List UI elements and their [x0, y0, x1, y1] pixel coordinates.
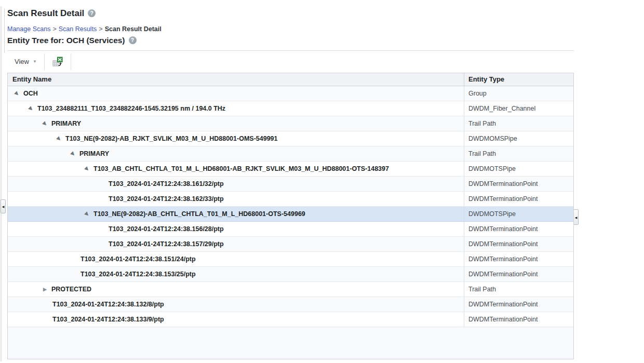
tree-row[interactable]: T103_2024-01-24T12:24:38.151/24/ptp DWDM…: [8, 252, 573, 267]
tree-collapse-icon[interactable]: ▶: [13, 90, 20, 97]
entity-name-text: PRIMARY: [51, 120, 81, 127]
entity-type-text: DWDMOTSPipe: [468, 210, 516, 218]
entity-name-cell: T103_2024-01-24T12:24:38.153/25/ptp: [8, 267, 464, 281]
entity-type-cell: DWDMTerminationPoint: [464, 237, 573, 251]
entity-type-text: DWDMTerminationPoint: [468, 316, 538, 323]
tree-row[interactable]: T103_2024-01-24T12:24:38.153/25/ptp DWDM…: [8, 267, 573, 282]
toolbar-separator: [44, 53, 45, 70]
tree-row[interactable]: T103_2024-01-24T12:24:38.161/32/ptp DWDM…: [8, 177, 573, 192]
entity-type-text: DWDMTerminationPoint: [468, 180, 538, 187]
entity-name-cell: T103_2024-01-24T12:24:38.157/29/ptp: [8, 237, 464, 251]
help-icon[interactable]: ?: [129, 36, 137, 44]
entity-type-text: Trail Path: [468, 120, 496, 127]
tree-row[interactable]: T103_2024-01-24T12:24:38.132/8/ptp DWDMT…: [8, 297, 573, 312]
entity-name-cell: T103_2024-01-24T12:24:38.133/9/ptp: [8, 312, 464, 327]
entity-type-cell: DWDMTerminationPoint: [464, 222, 573, 236]
tree-row[interactable]: T103_2024-01-24T12:24:38.157/29/ptp DWDM…: [8, 237, 573, 252]
entity-name-text: T103_NE(9-2082)-AB_CHTL_CHTLA_T01_M_L_HD…: [93, 210, 305, 218]
breadcrumb-separator: >: [99, 25, 102, 33]
entity-type-text: DWDMOMSPipe: [468, 135, 517, 142]
entity-name-text: T103_2024-01-24T12:24:38.162/33/ptp: [109, 195, 224, 203]
entity-type-text: DWDMTerminationPoint: [468, 225, 538, 233]
chevron-left-icon: ◀: [575, 216, 578, 219]
entity-name-text: T103_2024-01-24T12:24:38.132/8/ptp: [52, 301, 164, 308]
table-header-row: Entity Name Entity Type: [8, 73, 573, 86]
entity-type-cell: DWDMTerminationPoint: [464, 312, 573, 327]
entity-type-text: Trail Path: [468, 150, 496, 157]
entity-name-cell: ▶ T103_AB_CHTL_CHTLA_T01_M_L_HD68001-AB_…: [8, 162, 464, 176]
tree-row[interactable]: ▶ T103_NE(9-2082)-AB_CHTL_CHTLA_T01_M_L_…: [8, 207, 573, 222]
entity-name-cell: ▶ T103_NE(9-2082)-AB_CHTL_CHTLA_T01_M_L_…: [8, 207, 464, 221]
export-to-excel-button[interactable]: [51, 55, 64, 69]
breadcrumb-link-manage-scans[interactable]: Manage Scans: [7, 25, 50, 33]
tree-collapse-icon[interactable]: ▶: [27, 105, 34, 112]
view-menu-label: View: [15, 58, 29, 65]
column-header-entity-type[interactable]: Entity Type: [464, 73, 573, 86]
entity-type-cell: DWDMTerminationPoint: [464, 252, 573, 266]
tree-collapse-icon[interactable]: ▶: [41, 120, 48, 127]
entity-type-text: DWDMTerminationPoint: [468, 240, 538, 248]
entity-type-text: DWDMTerminationPoint: [468, 195, 538, 203]
entity-name-text: T103_AB_CHTL_CHTLA_T01_M_L_HD68001-AB_RJ…: [93, 165, 389, 172]
toolbar: View ▼: [7, 51, 574, 73]
entity-type-text: Group: [468, 90, 487, 97]
entity-type-cell: Group: [464, 86, 573, 101]
entity-name-text: T103_2024-01-24T12:24:38.161/32/ptp: [109, 180, 224, 187]
entity-name-cell: ▶ PROTECTED: [8, 282, 464, 297]
entity-tree-table: Entity Name Entity Type ▶ OCH Group ▶ T1…: [7, 73, 574, 359]
tree-row[interactable]: ▶ T103_NE(9-2082)-AB_RJKT_SVLIK_M03_M_U_…: [8, 131, 573, 146]
breadcrumb-link-scan-results[interactable]: Scan Results: [59, 25, 97, 33]
right-splitter-collapse-button[interactable]: ◀: [573, 209, 579, 225]
tree-row[interactable]: ▶ OCH Group: [8, 86, 573, 101]
left-splitter-collapse-button[interactable]: ◀: [1, 199, 6, 213]
entity-name-cell: ▶ PRIMARY: [8, 146, 464, 161]
tree-row[interactable]: T103_2024-01-24T12:24:38.133/9/ptp DWDMT…: [8, 312, 573, 327]
tree-expand-icon[interactable]: ▶: [42, 287, 48, 292]
entity-type-text: DWDMTerminationPoint: [468, 256, 538, 263]
chevron-left-icon: ◀: [2, 205, 5, 208]
tree-row[interactable]: ▶ PRIMARY Trail Path: [8, 146, 573, 162]
entity-type-text: DWDMTerminationPoint: [468, 301, 538, 308]
entity-type-text: DWDMTerminationPoint: [468, 271, 538, 278]
breadcrumb: Manage Scans>Scan Results>Scan Result De…: [7, 25, 162, 33]
toolbar-separator: [71, 53, 71, 70]
column-header-entity-name[interactable]: Entity Name: [8, 73, 464, 86]
entity-type-cell: DWDMTerminationPoint: [464, 177, 573, 191]
section-heading-text: Entity Tree for: OCH (Services): [7, 36, 125, 45]
entity-type-cell: DWDMTerminationPoint: [464, 297, 573, 312]
tree-row[interactable]: ▶ T103_AB_CHTL_CHTLA_T01_M_L_HD68001-AB_…: [8, 162, 573, 177]
left-panel-edge: [4, 8, 5, 53]
tree-row[interactable]: ▶ PRIMARY Trail Path: [8, 116, 573, 131]
table-body: ▶ OCH Group ▶ T103_234882111_T103_234882…: [8, 86, 573, 327]
breadcrumb-current: Scan Result Detail: [105, 25, 162, 33]
entity-name-cell: T103_2024-01-24T12:24:38.132/8/ptp: [8, 297, 464, 312]
tree-row[interactable]: T103_2024-01-24T12:24:38.162/33/ptp DWDM…: [8, 192, 573, 207]
page-title: Scan Result Detail?: [7, 8, 96, 19]
entity-name-cell: ▶ T103_234882111_T103_234882246-1545.321…: [8, 101, 464, 116]
page-title-text: Scan Result Detail: [7, 8, 84, 18]
entity-type-text: Trail Path: [468, 286, 496, 293]
entity-type-text: DWDMOTSPipe: [468, 165, 516, 172]
entity-type-cell: DWDM_Fiber_Channel: [464, 101, 573, 116]
tree-row[interactable]: T103_2024-01-24T12:24:38.156/28/ptp DWDM…: [8, 222, 573, 237]
entity-name-text: OCH: [23, 90, 38, 97]
tree-collapse-icon[interactable]: ▶: [83, 210, 90, 218]
entity-name-text: PROTECTED: [51, 286, 91, 293]
entity-name-cell: T103_2024-01-24T12:24:38.156/28/ptp: [8, 222, 464, 236]
entity-name-text: T103_2024-01-24T12:24:38.156/28/ptp: [109, 225, 224, 233]
export-excel-icon: [52, 57, 63, 67]
entity-type-cell: Trail Path: [464, 146, 573, 161]
entity-type-cell: DWDMOTSPipe: [464, 162, 573, 176]
tree-collapse-icon[interactable]: ▶: [83, 165, 90, 172]
tree-row[interactable]: ▶ PROTECTED Trail Path: [8, 282, 573, 297]
help-icon[interactable]: ?: [88, 9, 96, 17]
entity-name-cell: T103_2024-01-24T12:24:38.162/33/ptp: [8, 192, 464, 206]
entity-name-text: T103_NE(9-2082)-AB_RJKT_SVLIK_M03_M_U_HD…: [65, 135, 278, 142]
tree-row[interactable]: ▶ T103_234882111_T103_234882246-1545.321…: [8, 101, 573, 116]
view-menu-button[interactable]: View ▼: [12, 57, 39, 66]
entity-type-cell: DWDMTerminationPoint: [464, 192, 573, 206]
entity-name-text: PRIMARY: [79, 150, 109, 157]
tree-collapse-icon[interactable]: ▶: [69, 150, 76, 157]
tree-collapse-icon[interactable]: ▶: [55, 135, 62, 142]
chevron-down-icon: ▼: [33, 59, 37, 64]
